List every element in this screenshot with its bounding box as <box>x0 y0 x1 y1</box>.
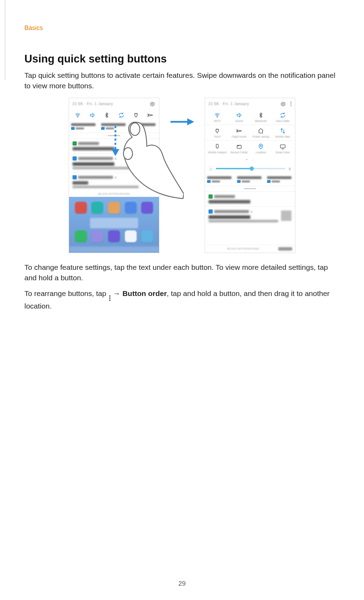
notif-item: ∨ <box>69 153 159 172</box>
button-order-label: Button order <box>122 289 167 297</box>
svg-rect-13 <box>280 145 285 148</box>
sound-icon <box>89 112 96 118</box>
power-plug-icon <box>214 128 220 134</box>
intro-paragraph: Tap quick setting buttons to activate ce… <box>24 70 340 91</box>
sim-strip <box>69 120 159 133</box>
notif-item: ∨ <box>69 172 159 191</box>
section-label: Basics <box>24 24 340 32</box>
more-vertical-icon <box>109 295 111 301</box>
sim-strip <box>205 173 295 186</box>
notif-item <box>205 191 295 206</box>
svg-point-1 <box>77 117 78 117</box>
location-pin-icon <box>258 143 264 150</box>
arrow-right-icon <box>170 117 194 127</box>
sound-icon <box>236 112 242 118</box>
phone-right: 21:06 · Fri, 1 January Wi-Fi Sound Bluet… <box>205 98 295 253</box>
status-time: 21:05 · Fri, 1 January <box>73 102 113 106</box>
figure-right: 21:06 · Fri, 1 January Wi-Fi Sound Bluet… <box>205 98 295 253</box>
gear-icon <box>280 101 286 107</box>
smart-view-icon <box>280 143 286 150</box>
svg-point-8 <box>282 103 284 105</box>
page-title: Using quick setting buttons <box>24 53 340 65</box>
gear-icon <box>149 101 156 107</box>
page-number: 29 <box>0 580 364 587</box>
sync-arrows-icon <box>280 128 286 134</box>
figure-row: 21:05 · Fri, 1 January <box>24 98 340 253</box>
home-screen-blur <box>69 197 159 253</box>
brightness-icon: ☼ <box>208 166 213 171</box>
svg-point-9 <box>217 117 218 117</box>
airplane-icon <box>236 128 242 134</box>
qs-grid-row: Torch Flight mode Power saving Mobile da… <box>205 125 295 141</box>
autorotate-icon <box>118 112 124 118</box>
qs-grid-row: Mobile Hotspot Secure Folder Location Sm… <box>205 141 295 156</box>
clear-button-blur <box>278 247 292 251</box>
home-icon <box>258 128 264 134</box>
bluetooth-icon <box>104 112 110 118</box>
notif-item <box>69 138 159 153</box>
brightness-slider-row: ☼ ∨ <box>205 164 295 173</box>
para3-before: To rearrange buttons, tap <box>24 289 108 297</box>
svg-marker-7 <box>187 118 194 125</box>
chevron-down-icon: ∨ <box>288 166 291 171</box>
svg-rect-10 <box>216 144 218 148</box>
status-time: 21:06 · Fri, 1 January <box>208 102 249 106</box>
paragraph-2: To change feature settings, tap the text… <box>24 262 340 283</box>
secure-folder-icon <box>236 143 242 150</box>
svg-point-12 <box>260 145 261 147</box>
brightness-slider <box>216 168 285 169</box>
airplane-icon <box>147 112 153 118</box>
para3-arrow: → <box>111 289 123 297</box>
screenshot-thumbnail <box>281 210 291 221</box>
svg-point-0 <box>152 103 153 105</box>
paragraph-3: To rearrange buttons, tap → Button order… <box>24 288 340 311</box>
mobile-hotspot-icon <box>214 143 220 150</box>
more-vertical-icon <box>290 102 291 106</box>
bluetooth-icon <box>258 112 264 118</box>
panel-handle <box>108 135 120 136</box>
panel-handle <box>244 188 256 189</box>
block-notifications-row: BLOCK NOTIFICATIONS <box>69 191 159 197</box>
qs-grid-row: Wi-Fi Sound Bluetooth Auto rotate <box>205 109 295 125</box>
qs-row-1 <box>69 109 159 120</box>
page-dots: • · <box>205 156 295 164</box>
notif-item: ∨ <box>205 206 295 225</box>
phone-left: 21:05 · Fri, 1 January <box>69 98 159 253</box>
power-plug-icon <box>133 112 139 118</box>
wifi-icon <box>214 112 220 118</box>
figure-left: 21:05 · Fri, 1 January <box>69 98 159 253</box>
phone-right-header: 21:06 · Fri, 1 January <box>205 98 295 109</box>
notif-footer: BLOCK NOTIFICATIONS <box>205 245 295 253</box>
phone-left-header: 21:05 · Fri, 1 January <box>69 98 159 109</box>
wifi-icon <box>75 112 81 118</box>
page-margin-rule <box>5 0 5 80</box>
autorotate-icon <box>280 112 286 118</box>
